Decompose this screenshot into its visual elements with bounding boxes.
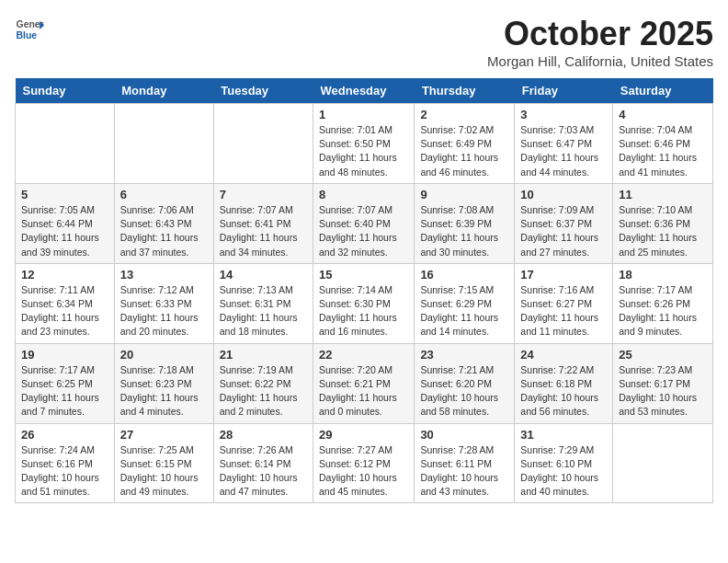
- calendar-cell: 25Sunrise: 7:23 AMSunset: 6:17 PMDayligh…: [613, 343, 713, 423]
- calendar-cell: 5Sunrise: 7:05 AMSunset: 6:44 PMDaylight…: [16, 183, 115, 263]
- day-detail: Sunrise: 7:15 AMSunset: 6:29 PMDaylight:…: [420, 283, 508, 339]
- day-detail: Sunrise: 7:02 AMSunset: 6:49 PMDaylight:…: [420, 123, 508, 179]
- day-detail: Sunrise: 7:01 AMSunset: 6:50 PMDaylight:…: [319, 123, 408, 179]
- day-number: 26: [21, 428, 108, 442]
- day-detail: Sunrise: 7:13 AMSunset: 6:31 PMDaylight:…: [220, 283, 307, 339]
- calendar-cell: 26Sunrise: 7:24 AMSunset: 6:16 PMDayligh…: [16, 423, 115, 503]
- calendar-cell: 1Sunrise: 7:01 AMSunset: 6:50 PMDaylight…: [313, 104, 415, 184]
- day-detail: Sunrise: 7:21 AMSunset: 6:20 PMDaylight:…: [420, 363, 508, 419]
- day-number: 25: [619, 348, 707, 362]
- calendar-cell: 16Sunrise: 7:15 AMSunset: 6:29 PMDayligh…: [415, 263, 515, 343]
- day-number: 15: [319, 268, 408, 282]
- calendar-cell: 21Sunrise: 7:19 AMSunset: 6:22 PMDayligh…: [213, 343, 313, 423]
- day-number: 1: [319, 108, 408, 121]
- day-number: 2: [420, 108, 508, 121]
- day-detail: Sunrise: 7:10 AMSunset: 6:36 PMDaylight:…: [619, 203, 707, 259]
- calendar-cell: 9Sunrise: 7:08 AMSunset: 6:39 PMDaylight…: [415, 183, 515, 263]
- day-detail: Sunrise: 7:07 AMSunset: 6:40 PMDaylight:…: [319, 203, 408, 259]
- day-number: 7: [220, 188, 307, 201]
- calendar-cell: 7Sunrise: 7:07 AMSunset: 6:41 PMDaylight…: [213, 183, 313, 263]
- day-number: 30: [420, 428, 508, 442]
- day-number: 3: [520, 108, 607, 121]
- calendar-cell: 2Sunrise: 7:02 AMSunset: 6:49 PMDaylight…: [415, 104, 515, 184]
- day-number: 11: [619, 188, 707, 201]
- calendar-cell: 14Sunrise: 7:13 AMSunset: 6:31 PMDayligh…: [213, 263, 313, 343]
- day-detail: Sunrise: 7:27 AMSunset: 6:12 PMDaylight:…: [319, 443, 408, 500]
- calendar-week-row: 5Sunrise: 7:05 AMSunset: 6:44 PMDaylight…: [16, 183, 713, 263]
- svg-text:Blue: Blue: [17, 30, 38, 40]
- day-detail: Sunrise: 7:12 AMSunset: 6:33 PMDaylight:…: [120, 283, 208, 339]
- day-detail: Sunrise: 7:29 AMSunset: 6:10 PMDaylight:…: [520, 443, 607, 500]
- calendar-cell: 11Sunrise: 7:10 AMSunset: 6:36 PMDayligh…: [613, 183, 713, 263]
- day-number: 27: [120, 428, 208, 442]
- logo: General Blue: [15, 15, 44, 44]
- day-detail: Sunrise: 7:05 AMSunset: 6:44 PMDaylight:…: [21, 203, 108, 259]
- page-header: General Blue October 2025 Morgan Hill, C…: [15, 15, 713, 69]
- calendar-cell: 28Sunrise: 7:26 AMSunset: 6:14 PMDayligh…: [213, 423, 313, 503]
- calendar-week-row: 12Sunrise: 7:11 AMSunset: 6:34 PMDayligh…: [16, 263, 713, 343]
- day-number: 23: [420, 348, 508, 362]
- calendar-cell: 10Sunrise: 7:09 AMSunset: 6:37 PMDayligh…: [515, 183, 613, 263]
- day-number: 31: [520, 428, 607, 442]
- calendar-cell: 31Sunrise: 7:29 AMSunset: 6:10 PMDayligh…: [515, 423, 613, 503]
- weekday-header: Sunday: [16, 78, 115, 104]
- calendar-cell: 4Sunrise: 7:04 AMSunset: 6:46 PMDaylight…: [613, 104, 713, 184]
- day-detail: Sunrise: 7:04 AMSunset: 6:46 PMDaylight:…: [619, 123, 707, 179]
- day-detail: Sunrise: 7:03 AMSunset: 6:47 PMDaylight:…: [520, 123, 607, 179]
- title-block: October 2025 Morgan Hill, California, Un…: [487, 15, 713, 69]
- weekday-header: Thursday: [415, 78, 515, 104]
- day-detail: Sunrise: 7:26 AMSunset: 6:14 PMDaylight:…: [220, 443, 307, 500]
- day-number: 5: [21, 188, 108, 201]
- month-title: October 2025: [487, 15, 713, 53]
- day-detail: Sunrise: 7:14 AMSunset: 6:30 PMDaylight:…: [319, 283, 408, 339]
- calendar-cell: 29Sunrise: 7:27 AMSunset: 6:12 PMDayligh…: [313, 423, 415, 503]
- day-detail: Sunrise: 7:19 AMSunset: 6:22 PMDaylight:…: [220, 363, 307, 419]
- day-number: 21: [220, 348, 307, 362]
- calendar-cell: [613, 423, 713, 503]
- day-detail: Sunrise: 7:16 AMSunset: 6:27 PMDaylight:…: [520, 283, 607, 339]
- day-number: 4: [619, 108, 707, 121]
- day-detail: Sunrise: 7:28 AMSunset: 6:11 PMDaylight:…: [420, 443, 508, 500]
- day-number: 18: [619, 268, 707, 282]
- day-number: 29: [319, 428, 408, 442]
- calendar-cell: 17Sunrise: 7:16 AMSunset: 6:27 PMDayligh…: [515, 263, 613, 343]
- calendar-week-row: 19Sunrise: 7:17 AMSunset: 6:25 PMDayligh…: [16, 343, 713, 423]
- day-number: 6: [120, 188, 208, 201]
- calendar-cell: 19Sunrise: 7:17 AMSunset: 6:25 PMDayligh…: [16, 343, 115, 423]
- calendar-cell: 6Sunrise: 7:06 AMSunset: 6:43 PMDaylight…: [114, 183, 213, 263]
- weekday-header-row: SundayMondayTuesdayWednesdayThursdayFrid…: [16, 78, 713, 104]
- day-detail: Sunrise: 7:11 AMSunset: 6:34 PMDaylight:…: [21, 283, 108, 339]
- day-detail: Sunrise: 7:06 AMSunset: 6:43 PMDaylight:…: [120, 203, 208, 259]
- weekday-header: Tuesday: [213, 78, 313, 104]
- calendar-cell: 30Sunrise: 7:28 AMSunset: 6:11 PMDayligh…: [415, 423, 515, 503]
- calendar-cell: [213, 104, 313, 184]
- logo-icon: General Blue: [15, 15, 44, 44]
- calendar-cell: 24Sunrise: 7:22 AMSunset: 6:18 PMDayligh…: [515, 343, 613, 423]
- day-number: 12: [21, 268, 108, 282]
- day-number: 19: [21, 348, 108, 362]
- calendar-week-row: 26Sunrise: 7:24 AMSunset: 6:16 PMDayligh…: [16, 423, 713, 503]
- day-detail: Sunrise: 7:17 AMSunset: 6:26 PMDaylight:…: [619, 283, 707, 339]
- calendar-cell: 13Sunrise: 7:12 AMSunset: 6:33 PMDayligh…: [114, 263, 213, 343]
- day-detail: Sunrise: 7:07 AMSunset: 6:41 PMDaylight:…: [220, 203, 307, 259]
- day-number: 16: [420, 268, 508, 282]
- day-number: 13: [120, 268, 208, 282]
- calendar-cell: 18Sunrise: 7:17 AMSunset: 6:26 PMDayligh…: [613, 263, 713, 343]
- calendar-table: SundayMondayTuesdayWednesdayThursdayFrid…: [15, 78, 713, 503]
- calendar-cell: [16, 104, 115, 184]
- calendar-cell: 20Sunrise: 7:18 AMSunset: 6:23 PMDayligh…: [114, 343, 213, 423]
- calendar-cell: 23Sunrise: 7:21 AMSunset: 6:20 PMDayligh…: [415, 343, 515, 423]
- day-detail: Sunrise: 7:08 AMSunset: 6:39 PMDaylight:…: [420, 203, 508, 259]
- day-detail: Sunrise: 7:24 AMSunset: 6:16 PMDaylight:…: [21, 443, 108, 500]
- calendar-week-row: 1Sunrise: 7:01 AMSunset: 6:50 PMDaylight…: [16, 104, 713, 184]
- day-detail: Sunrise: 7:25 AMSunset: 6:15 PMDaylight:…: [120, 443, 208, 500]
- weekday-header: Wednesday: [313, 78, 415, 104]
- day-number: 8: [319, 188, 408, 201]
- calendar-cell: 3Sunrise: 7:03 AMSunset: 6:47 PMDaylight…: [515, 104, 613, 184]
- location: Morgan Hill, California, United States: [487, 53, 713, 69]
- calendar-cell: 22Sunrise: 7:20 AMSunset: 6:21 PMDayligh…: [313, 343, 415, 423]
- day-number: 24: [520, 348, 607, 362]
- weekday-header: Monday: [114, 78, 213, 104]
- day-number: 20: [120, 348, 208, 362]
- day-number: 10: [520, 188, 607, 201]
